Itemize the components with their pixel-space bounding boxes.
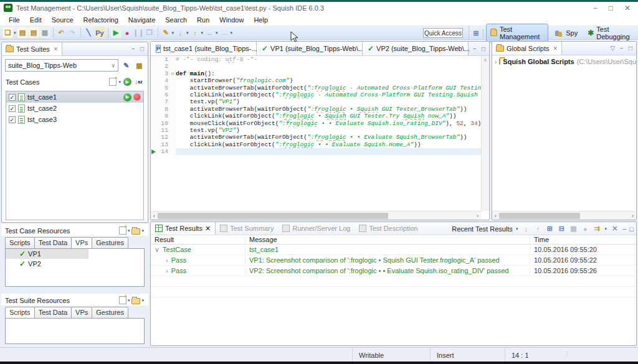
code-line-12[interactable]: 12 activateBrowserTab(waitForObject(":fr… <box>151 134 489 141</box>
report-button[interactable]: ▦ <box>569 223 578 234</box>
scrollbar-thumb[interactable] <box>499 213 580 219</box>
test-suites-tab[interactable]: Test Suites ✕ <box>2 42 62 55</box>
scroll-right-icon[interactable]: › <box>629 213 636 219</box>
close-icon[interactable]: ✕ <box>553 45 558 52</box>
dropdown-icon[interactable]: ▾ <box>231 30 233 35</box>
menu-search[interactable]: Search <box>160 15 192 25</box>
new-resource-button[interactable] <box>119 226 126 235</box>
global-scripts-tab[interactable]: Global Scripts ✕ <box>492 42 562 55</box>
vp-item[interactable]: ✓VP1 <box>6 249 88 259</box>
dropdown-icon[interactable]: ▾ <box>128 228 130 233</box>
next-result-button[interactable]: ↓ <box>521 223 530 234</box>
dropdown-icon[interactable]: ▾ <box>141 228 144 233</box>
object-map-button[interactable]: ✎ <box>121 60 131 71</box>
clear-results-button[interactable]: ✕ <box>611 223 619 234</box>
resource-tab-scripts[interactable]: Scripts <box>5 307 35 318</box>
dropdown-icon[interactable]: ▾ <box>216 30 218 35</box>
menu-file[interactable]: File <box>4 15 25 25</box>
minimize-view-button[interactable]: − <box>131 45 135 52</box>
minimize-view-button[interactable]: − <box>622 225 626 233</box>
menu-refactoring[interactable]: Refactoring <box>79 15 123 25</box>
column-time[interactable]: Time <box>530 236 636 243</box>
resource-tab-test-data[interactable]: Test Data <box>34 237 72 248</box>
code-line-5[interactable]: 5 activateBrowserTab(waitForObject(":fro… <box>151 85 489 91</box>
expander-icon[interactable]: › <box>166 267 168 274</box>
record-test-case-icon[interactable] <box>133 93 141 101</box>
code-editor[interactable]: 1# -*- coding: utf-8 -*-23⊖def main():4 … <box>151 56 489 210</box>
commit-button[interactable]: ↑ <box>190 27 201 38</box>
test-case-checkbox[interactable]: ✓ <box>9 116 16 123</box>
result-row[interactable]: ›PassVP1: Screenshot comparison of ':fro… <box>151 255 636 266</box>
maximize-view-button[interactable]: □ <box>482 45 485 52</box>
result-row[interactable]: ∨TestCasetst_case110.05.2016 09:55:20 <box>151 245 636 255</box>
dropdown-icon[interactable]: ▾ <box>201 30 204 35</box>
maximize-view-button[interactable]: □ <box>140 45 144 52</box>
test-case-row[interactable]: ✓tst_case3 <box>6 114 143 125</box>
pause-button[interactable]: ❙❙ <box>133 27 144 38</box>
back-button[interactable]: ← <box>204 27 215 38</box>
run-test-button[interactable]: ▶ <box>111 27 121 38</box>
fold-collapse-icon[interactable]: ⊖ <box>169 70 176 77</box>
object-picker-button[interactable]: ╲ <box>83 27 94 38</box>
python-console-button[interactable]: Py <box>95 27 105 38</box>
new-resource-button[interactable] <box>119 296 126 304</box>
code-line-13[interactable]: 13 clickLink(waitForObject(":froglogic •… <box>151 141 489 148</box>
resource-tab-gestures[interactable]: Gestures <box>92 237 128 248</box>
forward-button[interactable]: → <box>219 27 230 38</box>
code-line-8[interactable]: 8 activateBrowserTab(waitForObject(":fro… <box>151 106 489 113</box>
scroll-up-icon[interactable]: ∧ <box>482 57 489 63</box>
recent-test-results-label[interactable]: Recent Test Results <box>452 225 513 233</box>
resource-tab-scripts[interactable]: Scripts <box>5 237 35 248</box>
dropdown-icon[interactable]: ▾ <box>172 30 174 35</box>
code-line-7[interactable]: 7 test.vp("VP1") <box>151 98 489 105</box>
resource-tab-vps[interactable]: VPs <box>71 307 92 318</box>
sort-test-cases-button[interactable]: ↓az <box>133 77 144 87</box>
minimize-view-button[interactable]: − <box>620 45 624 52</box>
quick-access-box[interactable]: Quick Access <box>423 28 463 38</box>
filter-button[interactable]: ⇉ <box>593 223 601 234</box>
test-case-checkbox[interactable]: ✓ <box>9 94 16 101</box>
dropdown-icon[interactable]: ▾ <box>186 30 189 35</box>
code-line-1[interactable]: 1# -*- coding: utf-8 -*- <box>151 56 489 63</box>
menu-help[interactable]: Help <box>249 15 273 25</box>
perspective-spy[interactable]: Spy <box>551 28 581 38</box>
scroll-left-icon[interactable]: ‹ <box>151 213 158 219</box>
new-test-case-button[interactable] <box>109 78 117 86</box>
code-line-14[interactable]: 14 <box>151 148 489 155</box>
new-test-suite-button[interactable]: ❏ <box>2 27 13 38</box>
resource-tab-vps[interactable]: VPs <box>71 237 92 248</box>
suite-select-combo[interactable]: suite_Blog_Tipps-Web ∨ <box>5 59 118 72</box>
code-line-11[interactable]: 11 test.vp("VP2") <box>151 127 489 134</box>
results-tab-runner-server-log[interactable]: Runner/Server Log <box>278 222 355 235</box>
launch-aut-button[interactable]: ✎ <box>161 27 171 38</box>
close-icon[interactable]: ✕ <box>205 225 211 233</box>
menu-window[interactable]: Window <box>214 15 249 25</box>
open-perspective-icon[interactable]: ⊞ <box>472 28 480 39</box>
code-line-6[interactable]: 6 clickLink(waitForObject(":froglogic · … <box>151 91 489 98</box>
editor-tab-3[interactable]: ✓VP2 (suite_Blog_Tipps-Web\... <box>363 42 469 55</box>
collapse-all-button[interactable]: ⊟ <box>557 223 566 234</box>
column-result[interactable]: Result <box>151 236 245 243</box>
editor-horizontal-scrollbar[interactable]: ‹ › <box>151 211 481 220</box>
expand-all-button[interactable]: ⊞ <box>545 223 554 234</box>
dropdown-icon[interactable]: ▾ <box>14 30 16 35</box>
editor-tab-1[interactable]: Ptst_case1 (suite_Blog_Tipps-...✕ <box>151 42 257 55</box>
menu-run[interactable]: Run <box>192 15 214 25</box>
resource-tab-test-data[interactable]: Test Data <box>34 307 72 318</box>
minimize-view-button[interactable]: − <box>473 45 477 52</box>
window-maximize-button[interactable]: □ <box>609 4 613 12</box>
dropdown-icon[interactable]: ▾ <box>118 80 121 85</box>
open-test-suite-button[interactable]: ▤ <box>17 27 28 38</box>
dropdown-icon[interactable]: ▾ <box>516 226 518 231</box>
window-minimize-button[interactable]: − <box>593 4 598 12</box>
scrollbar-thumb[interactable] <box>158 213 388 219</box>
checkout-button[interactable]: ↓ <box>175 27 186 38</box>
window-close-button[interactable]: ✕ <box>624 4 631 12</box>
run-test-suite-button[interactable]: ▶ <box>123 78 131 86</box>
dropdown-icon[interactable]: ▾ <box>604 226 607 231</box>
save-button[interactable]: ▦ <box>40 27 50 38</box>
test-case-checkbox[interactable]: ✓ <box>9 105 16 112</box>
suite-settings-button[interactable]: ▦ <box>134 60 145 71</box>
maximize-view-button[interactable]: □ <box>629 225 634 233</box>
dropdown-icon[interactable]: ▾ <box>141 298 144 303</box>
